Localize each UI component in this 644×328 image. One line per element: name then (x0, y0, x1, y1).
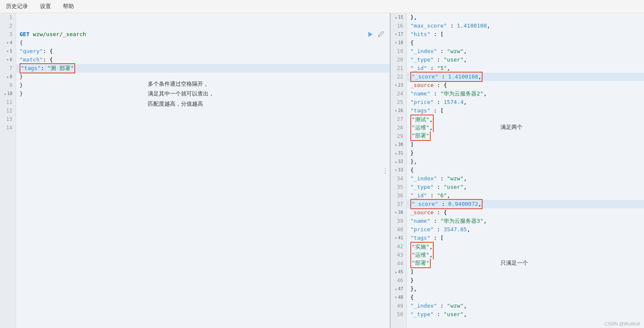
rcode-47: }, (407, 285, 644, 293)
code-line-10: } (16, 90, 390, 98)
rline-21: 21 (394, 64, 403, 73)
toolbar-icons (366, 30, 385, 39)
rcode-23: _source : { (407, 81, 644, 90)
rcode-44: "部署" (407, 259, 644, 268)
code-line-12 (16, 107, 390, 115)
rcode-36: "_id" : "6", (407, 191, 644, 200)
rline-15: ▴15 (394, 13, 403, 22)
line-num-2: 2 (3, 22, 12, 30)
rcode-31: } (407, 149, 644, 157)
rcode-48: { (407, 293, 644, 302)
rline-28: 28 (394, 123, 403, 132)
line-num-10: ▴10 (3, 90, 12, 98)
rcode-43: "运维", (407, 251, 644, 259)
code-line-4: { (16, 39, 390, 47)
line-num-1: 1 (3, 13, 12, 22)
rcode-33: { (407, 166, 644, 174)
main-content: 1 2 3 ▾4 ▾5 ▾6 7 ▴8 9 ▴10 11 12 13 14 GE… (0, 13, 644, 328)
run-icon[interactable] (366, 30, 374, 39)
rline-43: 43 (394, 251, 403, 259)
rline-18: ▾18 (394, 39, 403, 47)
rline-16: 16 (394, 22, 403, 30)
line-num-14: 14 (3, 123, 12, 132)
rcode-32: }, (407, 157, 644, 166)
code-line-8: } (16, 73, 390, 81)
rcode-30: ] (407, 140, 644, 149)
left-panel: 1 2 3 ▾4 ▾5 ▾6 7 ▴8 9 ▴10 11 12 13 14 GE… (0, 13, 391, 328)
rcode-46: } (407, 276, 644, 285)
line-num-9: 9 (3, 81, 12, 90)
code-line-9: } (16, 81, 390, 90)
menu-item-help[interactable]: 帮助 (61, 2, 76, 11)
rcode-21: "_id" : "5", (407, 64, 644, 73)
rcode-37: " score" : 0.9400072, (407, 200, 644, 208)
code-line-6: "match": { (16, 56, 390, 64)
rline-42: 42 (394, 242, 403, 251)
right-panel: ▴15 16 ▾17 ▾18 19 20 21 22 ▾23 24 25 ▾26… (391, 13, 644, 328)
rline-35: 35 (394, 183, 403, 191)
rcode-39: "name" : "华为云服务器3", (407, 217, 644, 225)
rline-34: 34 (394, 174, 403, 183)
drag-handle[interactable]: ⋮ (382, 168, 389, 174)
left-code-wrapper: GET wzw/user/_search { "query": { (16, 13, 390, 328)
line-num-8: ▴8 (3, 73, 12, 81)
rline-45: ▴45 (394, 268, 403, 276)
line-num-7: 7 (3, 64, 12, 73)
rcode-34: "_index" : "wzw", (407, 174, 644, 183)
rline-29: 29 (394, 132, 403, 140)
rcode-49: "_index" : "wzw", (407, 302, 644, 310)
line-num-4: ▾4 (3, 39, 12, 47)
rcode-38: _source : { (407, 208, 644, 217)
rline-36: 36 (394, 191, 403, 200)
rline-38: ▾38 (394, 208, 403, 217)
rline-31: ▴31 (394, 149, 403, 157)
code-line-1 (16, 13, 390, 22)
line-num-12: 12 (3, 107, 12, 115)
line-num-3: 3 (3, 30, 12, 39)
rcode-26: "tags" : [ (407, 107, 644, 115)
rline-24: 24 (394, 90, 403, 98)
rline-26: ▾26 (394, 107, 403, 115)
rline-47: ▴47 (394, 285, 403, 293)
right-code-area[interactable]: }, "max_score" : 1.4100108, "hits" : [ {… (407, 13, 644, 328)
http-method: GET (20, 31, 33, 37)
rcode-20: "_type" : "user", (407, 56, 644, 64)
right-line-numbers: ▴15 16 ▾17 ▾18 19 20 21 22 ▾23 24 25 ▾26… (391, 13, 407, 328)
rline-41: ▾41 (394, 234, 403, 242)
code-line-3: GET wzw/user/_search (16, 30, 390, 39)
rcode-16: "max_score" : 1.4100108, (407, 22, 644, 30)
rcode-50: "_type" : "user", (407, 310, 644, 319)
line-num-13: 13 (3, 115, 12, 123)
rcode-45: ] (407, 268, 644, 276)
rcode-40: "price" : 3547.85, (407, 225, 644, 234)
rcode-25: "price" : 1574.4, (407, 98, 644, 107)
code-line-11 (16, 98, 390, 107)
wrench-icon[interactable] (377, 30, 385, 39)
menu-item-history[interactable]: 历史记录 (4, 2, 30, 11)
rcode-42: "实施", (407, 242, 644, 251)
code-line-7: "tags": "测 部署" (16, 64, 390, 73)
rline-19: 19 (394, 47, 403, 56)
rline-46: 46 (394, 276, 403, 285)
rline-50: 50 (394, 310, 403, 319)
right-code-wrapper: }, "max_score" : 1.4100108, "hits" : [ {… (407, 13, 644, 328)
line-num-5: ▾5 (3, 47, 12, 56)
left-code-area[interactable]: GET wzw/user/_search { "query": { (16, 13, 390, 328)
rcode-28: "运维", (407, 123, 644, 132)
line-num-11: 11 (3, 98, 12, 107)
rcode-27: "测试", (407, 115, 644, 123)
menu-bar: 历史记录 设置 帮助 (0, 0, 644, 13)
rline-39: 39 (394, 217, 403, 225)
rline-37: 37 (394, 200, 403, 208)
line-num-6: ▾6 (3, 56, 12, 64)
menu-item-settings[interactable]: 设置 (38, 2, 53, 11)
rline-44: 44 (394, 259, 403, 268)
rcode-29: "部署" (407, 132, 644, 140)
rline-49: 49 (394, 302, 403, 310)
rcode-18: { (407, 39, 644, 47)
code-line-13 (16, 115, 390, 123)
rline-22: 22 (394, 73, 403, 81)
rcode-24: "name" : "华为云服务器2", (407, 90, 644, 98)
rline-27: 27 (394, 115, 403, 123)
rline-23: ▾23 (394, 81, 403, 90)
